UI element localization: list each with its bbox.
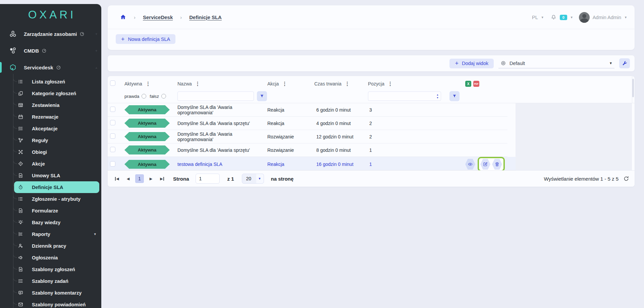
position-filter-input[interactable] [368, 92, 441, 101]
actions-icon [18, 161, 23, 167]
sla-name[interactable]: Domyślne SLA dla 'Awaria oprogramowania' [177, 105, 267, 115]
column-menu-icon[interactable]: ⋮ [282, 81, 287, 87]
sidebar-item-label: Szablony zadań [32, 279, 68, 284]
assets-icon [9, 30, 17, 38]
column-header[interactable]: Nazwa [177, 81, 192, 86]
previous-page-button[interactable]: ◀ [124, 174, 132, 183]
breadcrumb-link-servicedesk[interactable]: ServiceDesk [143, 14, 173, 20]
column-menu-icon[interactable]: ⋮ [388, 81, 393, 87]
gauge-icon [79, 32, 85, 37]
column-header[interactable]: Pozycja [368, 81, 384, 86]
table-row[interactable]: Aktywna testowa definicja SLA Reakcja 16… [108, 157, 516, 170]
add-view-button[interactable]: + Dodaj widok [449, 59, 494, 68]
language-selector[interactable]: PL [532, 15, 538, 20]
funnel-icon [260, 94, 264, 99]
checklist-icon [18, 126, 23, 131]
table-row[interactable]: Aktywna Domyślne SLA dla 'Awaria sprzętu… [108, 143, 507, 157]
sla-name[interactable]: Domyślne SLA dla 'Awaria oprogramowania' [177, 131, 267, 142]
breadcrumb-separator: › [180, 14, 182, 20]
radio-true[interactable] [142, 94, 146, 99]
sidebar-section-label: CMDB [24, 48, 39, 54]
chevron-down-icon: ▼ [570, 16, 573, 19]
row-checkbox[interactable] [110, 120, 115, 125]
breadcrumb-link-sla-definitions[interactable]: Definicje SLA [189, 14, 222, 20]
chevron-icon[interactable]: ▾ [95, 49, 97, 53]
sla-definitions-table: Aktywna ⋮ Nazwa ⋮ Akcja ⋮ Czas trwania ⋮ [108, 76, 635, 187]
column-header[interactable]: Aktywna [124, 81, 142, 86]
sla-name[interactable]: testowa definicja SLA [177, 162, 267, 167]
cmdb-icon [9, 47, 17, 55]
sla-duration: 4 godzin 0 minut [314, 121, 368, 126]
column-menu-icon[interactable]: ⋮ [195, 81, 200, 87]
radio-false[interactable] [161, 94, 166, 99]
table-row[interactable]: Aktywna Domyślne SLA dla 'Awaria oprogra… [108, 130, 507, 143]
sidebar-section[interactable]: Zarządzanie zasobami ▾ [0, 25, 101, 42]
edit-button[interactable] [480, 159, 490, 170]
sla-action: Rozwiązanie [267, 134, 314, 139]
radio-true-label: prawda [124, 94, 139, 99]
row-checkbox[interactable] [110, 147, 115, 152]
edit-icon [483, 162, 488, 167]
table-header-row: Aktywna ⋮ Nazwa ⋮ Akcja ⋮ Czas trwania ⋮ [108, 76, 635, 89]
table-row[interactable]: Aktywna Domyślne SLA dla 'Awaria sprzętu… [108, 117, 507, 130]
scrollbar[interactable] [632, 79, 634, 97]
view-selector[interactable]: Default ▼ [498, 58, 614, 68]
position-filter-button[interactable] [449, 91, 460, 101]
view-settings-button[interactable] [619, 58, 630, 68]
sidebar-section-label: Servicedesk [24, 65, 53, 70]
refresh-icon[interactable] [623, 176, 629, 182]
chevron-down-icon: ▼ [624, 16, 627, 19]
servicedesk-icon [9, 63, 17, 72]
sla-duration: 16 godzin 0 minut [314, 162, 368, 167]
sidebar-section[interactable]: CMDB ▾ [0, 42, 101, 59]
view-toolbar: + Dodaj widok Default ▼ [108, 55, 635, 71]
name-filter-button[interactable] [257, 91, 267, 101]
table-icon [18, 102, 23, 108]
name-filter-input[interactable] [177, 91, 254, 101]
chevron-down-icon: ▼ [609, 61, 612, 65]
delete-button[interactable] [492, 159, 502, 170]
ticket-templates-icon [18, 266, 23, 272]
sla-name[interactable]: Domyślne SLA dla 'Awaria sprzętu' [177, 147, 267, 153]
sidebar-item[interactable]: Szablony powiadomień [0, 299, 101, 308]
sidebar: OXARI Zarządzanie zasobami ▾ CMDB ▾ Serv… [0, 4, 101, 308]
sidebar-section[interactable]: Servicedesk ▴ [0, 59, 101, 76]
row-checkbox[interactable] [110, 133, 115, 139]
column-menu-icon[interactable]: ⋮ [146, 81, 151, 87]
next-page-button[interactable]: ▶ [147, 174, 155, 183]
user-name[interactable]: Admin Admin [593, 15, 621, 20]
task-templates-icon [18, 278, 23, 284]
table-row[interactable]: Aktywna Domyślne SLA dla 'Awaria oprogra… [108, 103, 507, 117]
column-menu-icon[interactable]: ⋮ [345, 81, 350, 87]
current-page-button[interactable]: 1 [135, 174, 144, 183]
column-header[interactable]: Czas trwania [314, 81, 341, 86]
knowledge-base-icon [18, 220, 23, 225]
chevron-icon[interactable]: ▾ [95, 32, 97, 36]
sidebar-item-label: Definicje SLA [32, 185, 63, 190]
excel-export-icon[interactable]: X [465, 81, 471, 87]
sla-position: 3 [368, 107, 465, 113]
chevron-down-icon: ▼ [541, 16, 544, 19]
last-page-button[interactable]: ▶ [158, 174, 166, 183]
new-sla-definition-button[interactable]: + Nowa definicja SLA [116, 34, 175, 44]
select-all-checkbox[interactable] [110, 80, 115, 86]
first-page-button[interactable]: ◀ [113, 174, 121, 183]
sidebar-item-label: Obiegi [32, 149, 47, 155]
number-stepper[interactable]: ▲▼ [436, 92, 439, 101]
pdf-export-icon[interactable]: PDF [473, 81, 479, 87]
sidebar-item-label: Lista zgłoszeń [32, 79, 65, 84]
sla-action: Reakcja [267, 121, 314, 126]
user-avatar[interactable] [579, 12, 590, 23]
chevron-icon[interactable]: ▴ [95, 65, 97, 70]
page-size-select[interactable]: 20 ▼ [242, 174, 264, 184]
home-icon[interactable] [120, 14, 126, 20]
notification-count-badge[interactable]: 0 [560, 15, 567, 20]
row-checkbox[interactable] [110, 161, 115, 167]
sla-name[interactable]: Domyślne SLA dla 'Awaria sprzętu' [177, 121, 267, 126]
column-header[interactable]: Akcja [267, 81, 279, 86]
notifications-bell-icon[interactable] [550, 14, 557, 20]
sidebar-item-label: Rezerwacje [32, 114, 58, 120]
preview-button[interactable] [465, 159, 475, 170]
row-checkbox[interactable] [110, 107, 115, 112]
page-number-input[interactable] [196, 174, 220, 184]
